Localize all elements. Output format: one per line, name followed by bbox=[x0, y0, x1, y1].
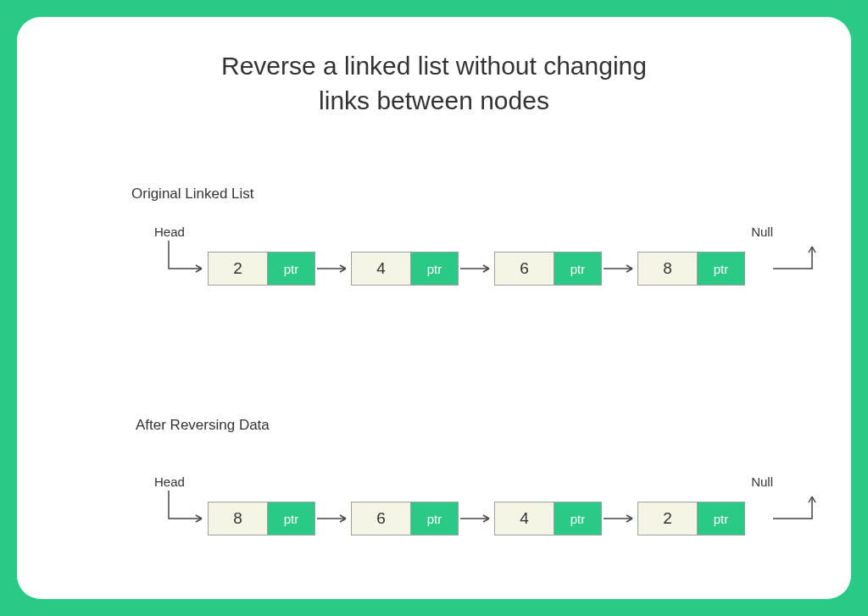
arrow-right-icon bbox=[602, 252, 637, 286]
section-label-reversed: After Reversing Data bbox=[136, 417, 817, 434]
node-ptr: ptr bbox=[411, 253, 458, 285]
node-ptr: ptr bbox=[268, 253, 314, 285]
list-node: 4 ptr bbox=[494, 502, 602, 536]
list-node: 8 ptr bbox=[637, 252, 745, 286]
arrow-right-icon bbox=[602, 502, 637, 536]
arrow-right-icon bbox=[315, 252, 351, 286]
head-arrow-icon bbox=[166, 491, 209, 528]
node-data: 4 bbox=[495, 502, 554, 535]
node-data: 2 bbox=[209, 253, 268, 285]
head-label: Head bbox=[154, 225, 185, 239]
node-ptr: ptr bbox=[554, 253, 601, 285]
node-ptr: ptr bbox=[698, 502, 744, 535]
null-label: Null bbox=[751, 474, 773, 489]
title-line-1: Reverse a linked list without changing bbox=[221, 52, 647, 80]
head-arrow-icon bbox=[166, 241, 209, 278]
node-data: 8 bbox=[638, 253, 698, 285]
node-ptr: ptr bbox=[268, 502, 314, 535]
node-data: 4 bbox=[352, 253, 411, 285]
arrow-right-icon bbox=[315, 502, 351, 536]
list-node: 4 ptr bbox=[351, 252, 459, 286]
node-container: 8 ptr 6 ptr 4 ptr 2 ptr bbox=[208, 502, 745, 536]
title-line-2: links between nodes bbox=[319, 86, 549, 114]
null-arrow-icon bbox=[771, 241, 822, 283]
node-ptr: ptr bbox=[411, 502, 458, 535]
node-data: 2 bbox=[638, 502, 698, 535]
linked-list-reversed: Head Null 8 ptr 6 ptr 4 bbox=[119, 502, 783, 569]
node-data: 8 bbox=[209, 502, 268, 535]
node-container: 2 ptr 4 ptr 6 ptr 8 ptr bbox=[208, 252, 745, 286]
section-label-original: Original Linked List bbox=[131, 186, 817, 203]
diagram-title: Reverse a linked list without changing l… bbox=[51, 49, 817, 118]
node-data: 6 bbox=[495, 253, 554, 285]
arrow-right-icon bbox=[459, 502, 494, 536]
head-label: Head bbox=[154, 474, 185, 489]
null-label: Null bbox=[751, 225, 773, 239]
linked-list-original: Head Null 2 ptr 4 ptr 6 bbox=[119, 252, 783, 319]
list-node: 8 ptr bbox=[208, 502, 315, 536]
list-node: 6 ptr bbox=[351, 502, 459, 536]
node-ptr: ptr bbox=[554, 502, 601, 535]
node-ptr: ptr bbox=[698, 253, 744, 285]
list-node: 2 ptr bbox=[208, 252, 315, 286]
list-node: 2 ptr bbox=[637, 502, 745, 536]
node-data: 6 bbox=[352, 502, 411, 535]
diagram-card: Reverse a linked list without changing l… bbox=[17, 17, 851, 599]
list-node: 6 ptr bbox=[494, 252, 602, 286]
null-arrow-icon bbox=[771, 491, 822, 533]
arrow-right-icon bbox=[459, 252, 494, 286]
